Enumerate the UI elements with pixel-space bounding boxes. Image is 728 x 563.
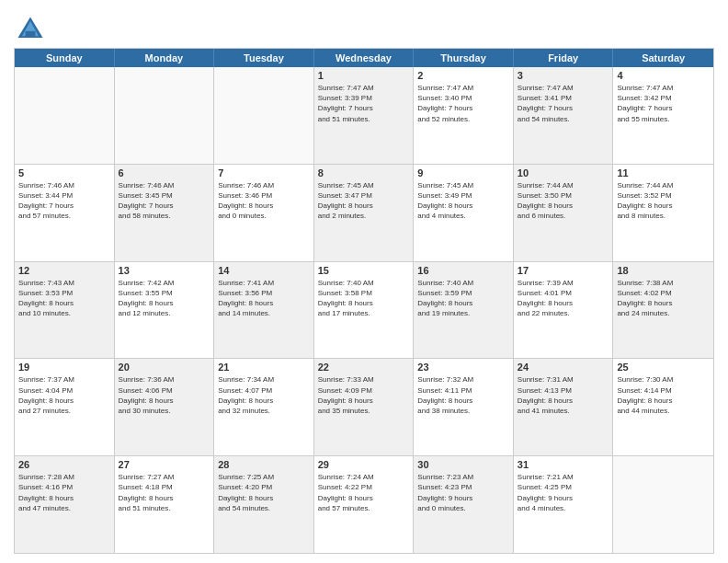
calendar-cell: 26Sunrise: 7:28 AM Sunset: 4:16 PM Dayli… — [15, 456, 115, 553]
day-info: Sunrise: 7:41 AM Sunset: 3:56 PM Dayligh… — [218, 278, 310, 319]
day-info: Sunrise: 7:34 AM Sunset: 4:07 PM Dayligh… — [218, 374, 310, 416]
day-info: Sunrise: 7:47 AM Sunset: 3:40 PM Dayligh… — [417, 83, 509, 124]
day-info: Sunrise: 7:24 AM Sunset: 4:22 PM Dayligh… — [318, 472, 410, 513]
calendar-cell: 23Sunrise: 7:32 AM Sunset: 4:11 PM Dayli… — [414, 359, 514, 455]
calendar-cell: 3Sunrise: 7:47 AM Sunset: 3:41 PM Daylig… — [514, 67, 614, 164]
day-number: 27 — [119, 459, 210, 470]
calendar-cell: 12Sunrise: 7:43 AM Sunset: 3:53 PM Dayli… — [15, 262, 115, 359]
day-number: 18 — [617, 265, 710, 276]
calendar-cell: 16Sunrise: 7:40 AM Sunset: 3:59 PM Dayli… — [414, 262, 514, 359]
day-number: 3 — [518, 70, 609, 81]
day-info: Sunrise: 7:31 AM Sunset: 4:13 PM Dayligh… — [518, 374, 609, 416]
calendar-cell: 29Sunrise: 7:24 AM Sunset: 4:22 PM Dayli… — [314, 456, 415, 553]
day-info: Sunrise: 7:25 AM Sunset: 4:20 PM Dayligh… — [218, 472, 310, 513]
day-info: Sunrise: 7:47 AM Sunset: 3:39 PM Dayligh… — [318, 83, 410, 124]
calendar-cell: 28Sunrise: 7:25 AM Sunset: 4:20 PM Dayli… — [214, 456, 314, 553]
calendar-cell: 20Sunrise: 7:36 AM Sunset: 4:06 PM Dayli… — [115, 359, 215, 455]
svg-rect-2 — [26, 31, 36, 38]
calendar-cell: 13Sunrise: 7:42 AM Sunset: 3:55 PM Dayli… — [115, 262, 215, 359]
calendar-header-cell: Sunday — [15, 49, 115, 67]
day-number: 5 — [18, 167, 110, 178]
calendar-cell: 25Sunrise: 7:30 AM Sunset: 4:14 PM Dayli… — [613, 359, 713, 455]
day-info: Sunrise: 7:47 AM Sunset: 3:42 PM Dayligh… — [617, 83, 710, 124]
logo — [14, 13, 51, 46]
calendar-cell: 14Sunrise: 7:41 AM Sunset: 3:56 PM Dayli… — [214, 262, 314, 359]
day-info: Sunrise: 7:28 AM Sunset: 4:16 PM Dayligh… — [18, 472, 110, 513]
calendar-week: 1Sunrise: 7:47 AM Sunset: 3:39 PM Daylig… — [15, 67, 713, 165]
calendar-week: 5Sunrise: 7:46 AM Sunset: 3:44 PM Daylig… — [15, 165, 713, 262]
day-info: Sunrise: 7:43 AM Sunset: 3:53 PM Dayligh… — [18, 278, 110, 319]
day-number: 14 — [218, 265, 310, 276]
day-number: 29 — [318, 459, 410, 470]
day-number: 19 — [18, 362, 110, 373]
day-number: 12 — [18, 265, 110, 276]
calendar-cell: 17Sunrise: 7:39 AM Sunset: 4:01 PM Dayli… — [514, 262, 614, 359]
day-number: 26 — [18, 459, 110, 470]
calendar-header-cell: Monday — [115, 49, 215, 67]
day-info: Sunrise: 7:40 AM Sunset: 3:58 PM Dayligh… — [318, 278, 410, 319]
day-number: 9 — [417, 167, 509, 178]
calendar-cell: 9Sunrise: 7:45 AM Sunset: 3:49 PM Daylig… — [414, 165, 514, 261]
day-info: Sunrise: 7:46 AM Sunset: 3:44 PM Dayligh… — [18, 180, 110, 222]
day-number: 13 — [119, 265, 210, 276]
day-info: Sunrise: 7:44 AM Sunset: 3:50 PM Dayligh… — [518, 180, 609, 222]
calendar-body: 1Sunrise: 7:47 AM Sunset: 3:39 PM Daylig… — [15, 67, 713, 553]
calendar-cell: 21Sunrise: 7:34 AM Sunset: 4:07 PM Dayli… — [214, 359, 314, 455]
calendar-header-cell: Friday — [514, 49, 614, 67]
calendar-week: 12Sunrise: 7:43 AM Sunset: 3:53 PM Dayli… — [15, 262, 713, 360]
day-number: 2 — [417, 70, 509, 81]
calendar-cell — [214, 67, 314, 164]
day-info: Sunrise: 7:33 AM Sunset: 4:09 PM Dayligh… — [318, 374, 410, 416]
day-number: 23 — [417, 362, 509, 373]
day-number: 7 — [218, 167, 310, 178]
calendar-cell: 27Sunrise: 7:27 AM Sunset: 4:18 PM Dayli… — [115, 456, 215, 553]
calendar: SundayMondayTuesdayWednesdayThursdayFrid… — [14, 48, 714, 554]
day-info: Sunrise: 7:37 AM Sunset: 4:04 PM Dayligh… — [18, 374, 110, 416]
page: SundayMondayTuesdayWednesdayThursdayFrid… — [0, 0, 728, 563]
calendar-header: SundayMondayTuesdayWednesdayThursdayFrid… — [15, 49, 713, 67]
day-info: Sunrise: 7:30 AM Sunset: 4:14 PM Dayligh… — [617, 374, 710, 416]
calendar-cell: 11Sunrise: 7:44 AM Sunset: 3:52 PM Dayli… — [613, 165, 713, 261]
day-info: Sunrise: 7:47 AM Sunset: 3:41 PM Dayligh… — [518, 83, 609, 124]
calendar-cell: 19Sunrise: 7:37 AM Sunset: 4:04 PM Dayli… — [15, 359, 115, 455]
day-number: 21 — [218, 362, 310, 373]
day-info: Sunrise: 7:32 AM Sunset: 4:11 PM Dayligh… — [417, 374, 509, 416]
day-number: 15 — [318, 265, 410, 276]
calendar-header-cell: Tuesday — [214, 49, 314, 67]
calendar-cell — [15, 67, 115, 164]
day-number: 30 — [417, 459, 509, 470]
calendar-cell: 7Sunrise: 7:46 AM Sunset: 3:46 PM Daylig… — [214, 165, 314, 261]
day-info: Sunrise: 7:44 AM Sunset: 3:52 PM Dayligh… — [617, 180, 710, 222]
header — [14, 9, 714, 46]
day-number: 4 — [617, 70, 710, 81]
day-info: Sunrise: 7:46 AM Sunset: 3:45 PM Dayligh… — [119, 180, 210, 222]
calendar-cell — [613, 456, 713, 553]
calendar-header-cell: Wednesday — [314, 49, 415, 67]
day-info: Sunrise: 7:21 AM Sunset: 4:25 PM Dayligh… — [518, 472, 609, 513]
day-info: Sunrise: 7:42 AM Sunset: 3:55 PM Dayligh… — [119, 278, 210, 319]
day-info: Sunrise: 7:39 AM Sunset: 4:01 PM Dayligh… — [518, 278, 609, 319]
calendar-cell: 2Sunrise: 7:47 AM Sunset: 3:40 PM Daylig… — [414, 67, 514, 164]
day-number: 11 — [617, 167, 710, 178]
day-number: 24 — [518, 362, 609, 373]
day-info: Sunrise: 7:23 AM Sunset: 4:23 PM Dayligh… — [417, 472, 509, 513]
day-number: 17 — [518, 265, 609, 276]
day-number: 6 — [119, 167, 210, 178]
day-info: Sunrise: 7:36 AM Sunset: 4:06 PM Dayligh… — [119, 374, 210, 416]
calendar-cell: 4Sunrise: 7:47 AM Sunset: 3:42 PM Daylig… — [613, 67, 713, 164]
calendar-cell: 18Sunrise: 7:38 AM Sunset: 4:02 PM Dayli… — [613, 262, 713, 359]
day-number: 20 — [119, 362, 210, 373]
calendar-cell: 30Sunrise: 7:23 AM Sunset: 4:23 PM Dayli… — [414, 456, 514, 553]
calendar-cell: 22Sunrise: 7:33 AM Sunset: 4:09 PM Dayli… — [314, 359, 415, 455]
day-number: 22 — [318, 362, 410, 373]
day-info: Sunrise: 7:45 AM Sunset: 3:49 PM Dayligh… — [417, 180, 509, 222]
day-info: Sunrise: 7:46 AM Sunset: 3:46 PM Dayligh… — [218, 180, 310, 222]
day-number: 31 — [518, 459, 609, 470]
calendar-cell: 1Sunrise: 7:47 AM Sunset: 3:39 PM Daylig… — [314, 67, 415, 164]
calendar-week: 19Sunrise: 7:37 AM Sunset: 4:04 PM Dayli… — [15, 359, 713, 456]
day-number: 16 — [417, 265, 509, 276]
day-number: 1 — [318, 70, 410, 81]
day-info: Sunrise: 7:38 AM Sunset: 4:02 PM Dayligh… — [617, 278, 710, 319]
calendar-cell: 8Sunrise: 7:45 AM Sunset: 3:47 PM Daylig… — [314, 165, 415, 261]
calendar-cell: 10Sunrise: 7:44 AM Sunset: 3:50 PM Dayli… — [514, 165, 614, 261]
